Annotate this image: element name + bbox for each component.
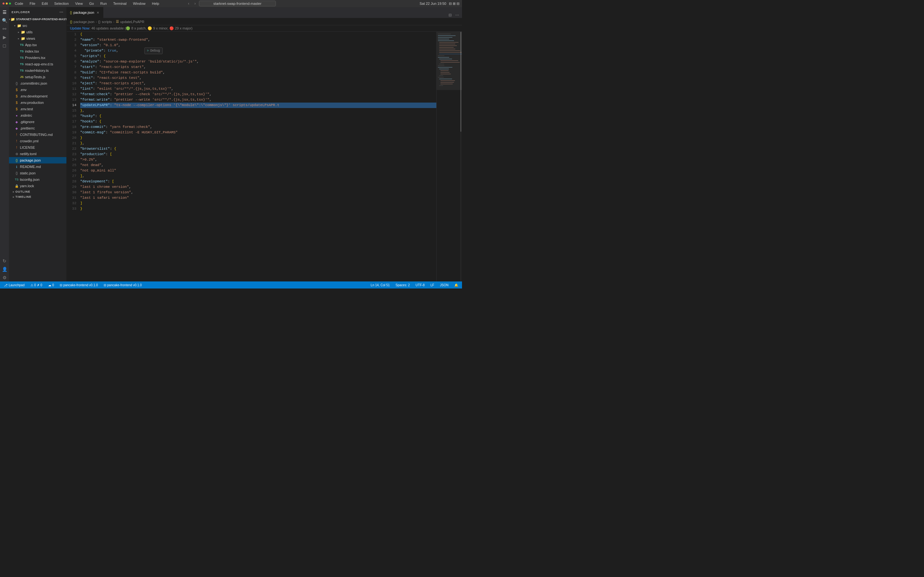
file-env-development[interactable]: $ .env.development [9,93,66,99]
menu-run[interactable]: Run [99,1,108,6]
file-label: yarn.lock [20,184,34,188]
scroll-track[interactable] [460,32,461,282]
file-contributing[interactable]: ! CONTRIBUTING.md [9,131,66,138]
menu-file[interactable]: File [28,1,37,6]
status-notifications[interactable]: 🔔 [453,282,459,288]
src-label: src [23,24,27,27]
menu-code[interactable]: Code [13,1,24,6]
close-button[interactable] [3,3,5,5]
update-link[interactable]: Update Now [70,26,89,30]
file-netlify[interactable]: ⚙ netlify.toml [9,151,66,157]
menu-view[interactable]: View [74,1,84,6]
code-line-28: "development": [ [80,179,436,184]
outline-chevron: ▸ [11,190,15,193]
scroll-thumb[interactable] [460,32,461,132]
file-static-json[interactable]: {} static.json [9,170,66,176]
file-readme[interactable]: ℹ README.md [9,163,66,170]
maximize-button[interactable] [9,3,11,5]
menu-terminal[interactable]: Terminal [112,1,128,6]
project-name: STARKNET-SWAP-FRONTEND-MASTER [16,18,66,21]
file-app-tsx[interactable]: TS App.tsx [9,42,66,48]
tab-close-btn[interactable]: ✕ [95,10,100,15]
nav-back[interactable]: ‹ [186,1,191,6]
status-cursor[interactable]: Ln 14, Col 51 [369,282,391,288]
menu-window[interactable]: Window [132,1,147,6]
status-branch-name[interactable]: ⊟ pancake-frontend v0.1.0 [58,282,99,288]
layout-icons[interactable]: ⊟ ⊞ ⊟ [449,2,459,6]
file-label: LICENSE [20,145,35,149]
file-license[interactable]: ! LICENSE [9,144,66,151]
status-errors[interactable]: ⚠ 0 ✗ 0 [29,282,44,288]
global-search[interactable]: starknet-swap-frontend-master [199,1,276,6]
remote-icon[interactable]: ↻ [1,257,8,265]
branch-label: pancake-frontend v0.1.0 [63,284,98,287]
menu-help[interactable]: Help [151,1,161,6]
breadcrumb-scripts[interactable]: scripts [102,20,112,24]
file-env[interactable]: $ .env [9,87,66,93]
minimap[interactable] [436,32,462,282]
extensions-icon[interactable]: ◻ [1,42,8,49]
settings-icon[interactable]: ⚙ [1,274,8,282]
status-encoding[interactable]: UTF-8 [414,282,426,288]
tab-package-json[interactable]: {} package.json ✕ [67,7,103,18]
json-icon: {} [14,81,19,86]
explorer-icon[interactable]: ☰ [1,8,8,16]
utils-folder-icon: 📁 [21,29,26,35]
tab-bar: {} package.json ✕ ⊟ ⋯ [67,7,462,18]
file-label: Providers.tsx [25,56,45,60]
timeline-chevron: ▸ [11,195,15,199]
breadcrumb-function[interactable]: updateLPsAPR [120,20,144,24]
minimize-button[interactable] [6,3,8,5]
file-tsconfig[interactable]: TS tsconfig.json [9,176,66,183]
file-prettierrc[interactable]: ◆ .prettierrc [9,125,66,131]
file-commitlintrc[interactable]: {} .commitlintrc.json [9,80,66,87]
code-line-30: "last 1 firefox version", [80,190,436,195]
status-branch[interactable]: ⎇ Launchpad [3,282,26,288]
file-label: netlify.toml [20,152,37,156]
code-line-17: "hooks": { [80,119,436,124]
code-content[interactable]: { "name": "starknet-swap-frontend", "ver… [79,32,436,282]
file-label: .env [20,88,27,92]
breadcrumb-file[interactable]: package.json [73,20,94,24]
warning-icon: ✗ [37,284,39,287]
search-icon[interactable]: 🔍 [1,17,8,24]
status-language[interactable]: JSON [439,282,450,288]
file-env-test[interactable]: $ .env.test [9,106,66,112]
status-eol[interactable]: LF [429,282,436,288]
folder-src[interactable]: ▾ 📁 src [9,23,66,29]
menu-go[interactable]: Go [88,1,95,6]
file-package-json[interactable]: {} package.json [9,157,66,163]
outline-section[interactable]: ▸ OUTLINE [9,189,66,194]
branch-icon2: ⊟ [60,284,62,287]
file-providers-tsx[interactable]: TS Providers.tsx [9,55,66,61]
editor-more-icon[interactable]: ⋯ [454,12,460,18]
menu-selection[interactable]: Selection [53,1,70,6]
status-spaces[interactable]: Spaces: 2 [394,282,411,288]
folder-views[interactable]: ▸ 📁 views [9,35,66,42]
status-sync[interactable]: ☁ 0 [47,282,55,288]
file-router-history[interactable]: TS routerHistory.ts [9,67,66,74]
nav-forward[interactable]: › [192,1,198,6]
file-react-app-env[interactable]: TS react-app-env.d.ts [9,61,66,67]
file-index-tsx[interactable]: TS index.tsx [9,48,66,55]
menu-edit[interactable]: Edit [40,1,49,6]
split-editor-icon[interactable]: ⊟ [447,12,453,18]
project-root[interactable]: ▾ 📁 STARKNET-SWAP-FRONTEND-MASTER [9,16,66,23]
timeline-label: TIMELINE [15,195,31,198]
source-control-icon[interactable]: ⚯ [1,25,8,33]
file-gitignore[interactable]: ◆ .gitignore [9,119,66,125]
file-crowdin[interactable]: ! crowdin.yml [9,138,66,144]
file-env-production[interactable]: $ .env.production [9,99,66,106]
new-file-icon[interactable]: ⋯ [59,10,64,15]
status-sync-name[interactable]: ⊟ pancake-frontend v0.1.0 [102,282,143,288]
file-setup-tests[interactable]: JS setupTests.js [9,74,66,80]
debug-label[interactable]: Debug [150,48,160,53]
run-debug-icon[interactable]: ▶ [1,33,8,41]
code-editor[interactable]: 1 2 3 4 5 6 7 8 9 10 11 12 13 14 15 16 1… [67,32,462,282]
timeline-section[interactable]: ▸ TIMELINE [9,194,66,199]
file-eslintrc[interactable]: ● .eslintrc [9,112,66,119]
folder-utils[interactable]: ▸ 📁 utils [9,29,66,35]
file-yarn-lock[interactable]: 🔒 yarn.lock [9,183,66,189]
account-icon[interactable]: 👤 [1,266,8,273]
ln-4: 4 [67,48,76,53]
